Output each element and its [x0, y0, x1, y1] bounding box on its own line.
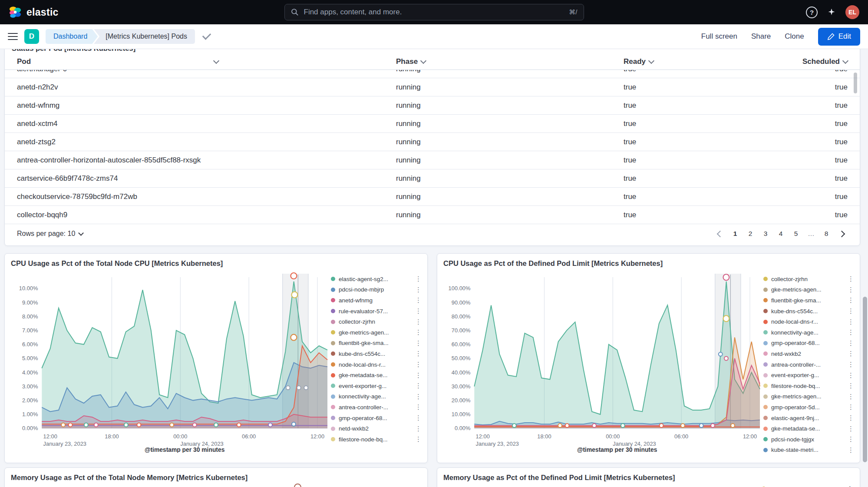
legend-item[interactable]: konnectivity-age...⋮	[762, 327, 854, 338]
space-avatar[interactable]: D	[24, 29, 39, 44]
legend-item[interactable]: collector-zjrhn⋮	[762, 274, 854, 285]
legend-item[interactable]: gke-metrics-agen...⋮	[762, 391, 854, 402]
pagination-page-button[interactable]: 1	[729, 228, 741, 240]
legend-options-icon[interactable]: ⋮	[848, 361, 853, 368]
scheduled-cell[interactable]: true	[771, 211, 848, 219]
pod-cell[interactable]: anetd-ztsg2	[17, 138, 396, 146]
legend-options-icon[interactable]: ⋮	[848, 435, 853, 443]
legend-item[interactable]: fluentbit-gke-sma...⋮	[762, 295, 854, 306]
user-avatar[interactable]: EL	[845, 5, 859, 19]
full-screen-button[interactable]: Full screen	[701, 32, 737, 41]
legend-options-icon[interactable]: ⋮	[848, 339, 853, 347]
pagination-page-button[interactable]: 3	[759, 228, 772, 240]
pagination-page-button[interactable]: 2	[744, 228, 756, 240]
legend-options-icon[interactable]: ⋮	[848, 318, 853, 326]
legend-options-icon[interactable]: ⋮	[415, 318, 420, 326]
legend-options-icon[interactable]: ⋮	[415, 414, 420, 422]
legend-item[interactable]: antrea-controller-...⋮	[330, 402, 421, 413]
scheduled-cell[interactable]: true	[771, 174, 848, 183]
legend-item[interactable]: konnectivity-age...⋮	[330, 391, 421, 402]
pod-cell[interactable]: alertmanager-0	[17, 70, 396, 73]
legend-item[interactable]: collector-zjrhn⋮	[330, 316, 421, 327]
legend-options-icon[interactable]: ⋮	[848, 350, 853, 358]
legend-options-icon[interactable]: ⋮	[848, 425, 853, 433]
legend-options-icon[interactable]: ⋮	[415, 307, 420, 315]
pod-cell[interactable]: anetd-n2h2v	[17, 83, 396, 92]
legend-options-icon[interactable]: ⋮	[848, 275, 853, 283]
legend-item[interactable]: gmp-operator-5d...⋮	[762, 402, 854, 413]
table-row[interactable]: antrea-controller-horizontal-autoscaler-…	[5, 151, 860, 169]
column-header-pod[interactable]: Pod	[17, 57, 396, 66]
phase-cell[interactable]: running	[396, 83, 624, 92]
legend-item[interactable]: fluentbit-gke-sma...⋮	[330, 338, 421, 349]
legend-options-icon[interactable]: ⋮	[848, 286, 853, 294]
legend-item[interactable]: node-local-dns-r...⋮	[330, 359, 421, 370]
legend-item[interactable]: elastic-agent-sg2...⋮	[330, 274, 421, 285]
legend-options-icon[interactable]: ⋮	[415, 296, 420, 304]
legend-item[interactable]: antrea-controller-...⋮	[762, 359, 854, 370]
global-search[interactable]: ⌘/	[284, 4, 584, 20]
phase-cell[interactable]: running	[396, 138, 624, 146]
ready-cell[interactable]: true	[624, 119, 771, 128]
pagination-next-button[interactable]	[835, 228, 848, 240]
ready-cell[interactable]: true	[624, 211, 771, 219]
legend-options-icon[interactable]: ⋮	[848, 446, 853, 454]
legend-options-icon[interactable]: ⋮	[848, 403, 853, 411]
legend-item[interactable]: gke-metadata-se...⋮	[330, 370, 421, 381]
scheduled-cell[interactable]: true	[771, 192, 848, 201]
legend-item[interactable]: gmp-operator-68...⋮	[330, 413, 421, 424]
scheduled-cell[interactable]: true	[771, 138, 848, 146]
legend-options-icon[interactable]: ⋮	[415, 286, 420, 294]
table-scrollbar[interactable]	[854, 73, 857, 93]
legend-options-icon[interactable]: ⋮	[415, 403, 420, 411]
legend-options-icon[interactable]: ⋮	[415, 328, 420, 336]
legend-options-icon[interactable]: ⋮	[847, 485, 852, 487]
legend-item[interactable]: kube-dns-c554c...⋮	[762, 306, 854, 317]
table-row[interactable]: anetd-n2h2vrunningtruetrue	[5, 78, 860, 96]
table-row[interactable]: cartservice-66b9f7478c-zms74runningtruet…	[5, 169, 860, 188]
pagination-page-button[interactable]: 8	[820, 228, 832, 240]
ready-cell[interactable]: true	[624, 83, 771, 92]
share-button[interactable]: Share	[751, 32, 771, 41]
legend-item[interactable]: kube-dns-c554c...⋮	[330, 348, 421, 359]
ready-cell[interactable]: true	[624, 174, 771, 183]
phase-cell[interactable]: running	[396, 174, 624, 183]
legend-item[interactable]: ⋮	[761, 484, 853, 487]
pod-cell[interactable]: anetd-xctm4	[17, 119, 396, 128]
legend-item[interactable]: node-local-dns-r...⋮	[762, 316, 854, 327]
legend-item[interactable]: event-exporter-g...⋮	[330, 381, 421, 391]
cpu-limit-chart[interactable]: 0.00%10.00%20.00%30.00%40.00%50.00%60.00…	[443, 270, 762, 453]
legend-options-icon[interactable]: ⋮	[415, 361, 420, 368]
column-header-phase[interactable]: Phase	[396, 57, 624, 66]
pod-cell[interactable]: anetd-wfnmg	[17, 101, 396, 110]
phase-cell[interactable]: running	[396, 119, 624, 128]
legend-item[interactable]: event-exporter-g...⋮	[762, 370, 854, 381]
phase-cell[interactable]: running	[396, 70, 624, 73]
legend-item[interactable]: gke-metrics-agen...⋮	[330, 327, 421, 338]
ready-cell[interactable]: true	[624, 70, 771, 73]
phase-cell[interactable]: running	[396, 211, 624, 219]
legend-options-icon[interactable]: ⋮	[848, 296, 853, 304]
column-header-scheduled[interactable]: Scheduled	[771, 57, 848, 66]
help-icon[interactable]: ?	[806, 7, 818, 18]
ready-cell[interactable]: true	[624, 138, 771, 146]
elastic-logo[interactable]	[9, 6, 22, 19]
legend-options-icon[interactable]: ⋮	[415, 339, 420, 347]
table-row[interactable]: checkoutservice-78759bc9fd-m72wbrunningt…	[5, 188, 860, 206]
legend-options-icon[interactable]: ⋮	[415, 425, 420, 433]
legend-item[interactable]: gke-metadata-se...⋮	[762, 423, 854, 434]
scheduled-cell[interactable]: true	[771, 156, 848, 165]
ready-cell[interactable]: true	[624, 101, 771, 110]
legend-item[interactable]: netd-wxkb2⋮	[330, 423, 421, 434]
legend-item[interactable]: netd-wxkb2⋮	[762, 348, 854, 359]
pagination-prev-button[interactable]	[714, 228, 726, 240]
scrollbar-thumb[interactable]	[863, 297, 867, 462]
edit-button[interactable]: Edit	[818, 28, 860, 46]
legend-item[interactable]: elastic-agent-9nj...⋮	[762, 413, 854, 424]
legend-options-icon[interactable]: ⋮	[415, 371, 420, 379]
assistant-icon[interactable]	[827, 8, 836, 17]
chevron-down-icon[interactable]	[420, 58, 426, 64]
scheduled-cell[interactable]: true	[771, 83, 848, 92]
scheduled-cell[interactable]: true	[771, 119, 848, 128]
breadcrumb-dashboard[interactable]: Dashboard	[46, 29, 98, 44]
